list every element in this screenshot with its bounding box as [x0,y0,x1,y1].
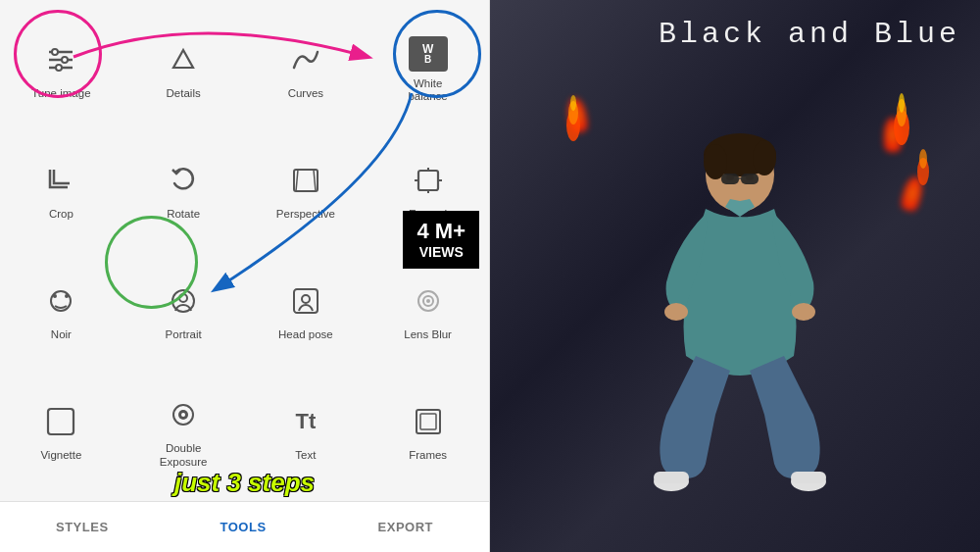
crop-label: Crop [49,208,74,222]
photo-background: Black and Blue [490,0,980,552]
tool-portrait[interactable]: Portrait [122,251,245,372]
vignette-label: Vignette [40,449,81,463]
svg-rect-10 [418,171,438,190]
svg-rect-37 [721,174,739,184]
nav-export[interactable]: EXPORT [378,520,433,534]
tool-frames[interactable]: Frames [367,371,489,491]
svg-rect-20 [294,289,318,313]
tool-head-pose[interactable]: Head pose [245,251,368,372]
svg-marker-6 [173,50,193,68]
text-icon: Tt [284,400,327,443]
tool-tune-image[interactable]: Tune image [0,10,122,130]
curves-icon [284,38,327,81]
tool-rotate[interactable]: Rotate [122,130,245,251]
tool-crop[interactable]: Crop [0,130,122,251]
svg-point-17 [65,294,69,298]
svg-point-53 [570,95,576,111]
svg-rect-44 [654,472,689,483]
svg-point-19 [179,294,187,302]
tool-noir[interactable]: Noir [0,251,122,372]
expand-icon [407,159,450,202]
tool-curves[interactable]: Curves [245,10,368,130]
double-exposure-label: DoubleExposure [160,442,208,470]
left-flame-svg [559,88,588,142]
svg-point-33 [704,144,727,179]
frames-label: Frames [409,449,447,463]
svg-point-24 [426,299,430,303]
views-label: VIEWS [416,244,466,261]
svg-rect-30 [420,414,436,429]
curves-label: Curves [288,87,323,101]
perspective-label: Perspective [276,208,335,222]
white-balance-label: Whitebalance [408,77,447,105]
tool-white-balance[interactable]: W B Whitebalance [367,10,489,130]
steps-text: just 3 steps [174,468,315,498]
noir-label: Noir [51,328,72,342]
vignette-icon [39,400,82,443]
svg-point-21 [302,295,310,303]
white-balance-icon: W B [409,36,448,72]
svg-rect-38 [741,174,759,184]
portrait-label: Portrait [166,328,202,342]
person-figure [588,101,882,513]
nav-tools[interactable]: TOOLS [220,520,267,534]
double-exposure-icon [162,393,205,436]
svg-point-50 [919,149,927,169]
tool-vignette[interactable]: Vignette [0,371,122,491]
noir-icon [39,279,82,323]
svg-rect-45 [791,472,826,483]
tune-image-icon [39,38,82,81]
rotate-icon [162,159,205,202]
rotate-label: Rotate [167,208,200,222]
nav-styles[interactable]: STYLES [56,520,109,534]
svg-point-41 [792,303,815,321]
svg-line-9 [314,170,316,191]
svg-line-8 [296,170,298,191]
left-panel: Tune image Details Curves W B Whi [0,0,490,552]
title-text: Black and Blue [659,18,960,51]
perspective-icon [284,159,327,202]
text-label: Text [295,449,316,463]
crop-icon [39,159,82,202]
details-icon [162,38,205,81]
tool-details[interactable]: Details [122,10,245,130]
svg-point-16 [53,294,57,298]
head-pose-icon [284,279,327,323]
svg-point-28 [181,413,185,417]
svg-point-5 [56,65,62,71]
head-pose-label: Head pose [278,328,333,342]
svg-point-34 [753,140,776,176]
right-panel: Black and Blue [490,0,980,552]
svg-point-40 [664,303,688,321]
lens-blur-icon [407,279,450,323]
tool-perspective[interactable]: Perspective [245,130,368,251]
views-badge: 4 M+ VIEWS [403,211,479,269]
right-flame-svg-2 [911,137,936,186]
lens-blur-label: Lens Blur [404,328,452,342]
views-count: 4 M+ [416,219,466,243]
portrait-icon [162,279,205,323]
svg-rect-25 [48,409,74,434]
bottom-nav: STYLES TOOLS EXPORT [0,501,489,552]
tune-image-label: Tune image [31,87,90,101]
svg-point-48 [899,93,905,113]
svg-point-3 [52,49,58,55]
svg-point-4 [62,57,68,63]
frames-icon [407,400,450,443]
details-label: Details [167,87,201,101]
